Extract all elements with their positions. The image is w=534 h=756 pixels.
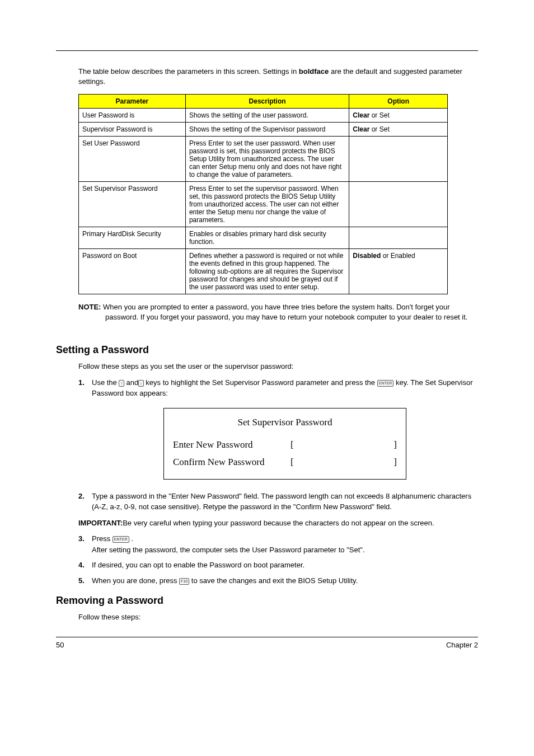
opt-bold: Clear (353, 111, 369, 119)
important-block: IMPORTANT:Be very careful when typing yo… (78, 518, 478, 528)
note-text: When you are prompted to enter a passwor… (101, 303, 467, 321)
opt-rest: or Set (369, 111, 389, 119)
td-option (349, 227, 448, 249)
bios-dialog-wrap: Set Supervisor Password Enter New Passwo… (92, 408, 478, 480)
intro-text-pre: The table below describes the parameters… (78, 67, 299, 76)
th-description: Description (185, 95, 349, 109)
list-item: 1. Use the ↑ and↓ keys to highlight the … (78, 377, 478, 480)
setting-pw-intro: Follow these steps as you set the user o… (78, 361, 478, 372)
td-param: Primary HardDisk Security (79, 227, 186, 249)
list-item: 2. Type a password in the "Enter New Pas… (78, 491, 478, 513)
heading-setting-password: Setting a Password (56, 344, 478, 356)
page: The table below describes the parameters… (0, 0, 534, 672)
list-item: 5. When you are done, press F10 to save … (78, 575, 478, 586)
td-param: Set User Password (79, 137, 186, 182)
td-param: User Password is (79, 109, 186, 123)
page-footer: 50 Chapter 2 (56, 641, 478, 649)
bracket-left: [ (291, 454, 294, 471)
td-desc: Press Enter to set the user password. Wh… (185, 137, 349, 182)
important-label: IMPORTANT: (78, 519, 123, 527)
opt-rest: or Enabled (381, 252, 415, 260)
steps-list-set-cont: 3. Press ENTER . After setting the passw… (78, 533, 478, 586)
td-option (349, 137, 448, 182)
intro-paragraph: The table below describes the parameters… (78, 67, 478, 86)
td-desc: Defines whether a password is required o… (185, 249, 349, 294)
td-param: Supervisor Password is (79, 123, 186, 137)
important-text: Be very careful when typing your passwor… (123, 519, 434, 527)
step2-text: Type a password in the "Enter New Passwo… (92, 492, 471, 511)
bios-row-enter: Enter New Password [ ] (173, 436, 397, 454)
td-option: Disabled or Enabled (349, 249, 448, 294)
step1-text-a: Use the (92, 378, 119, 387)
removing-pw-intro: Follow these steps: (78, 612, 478, 622)
bios-dialog-title: Set Supervisor Password (173, 414, 397, 431)
opt-rest: or Set (369, 125, 389, 133)
th-parameter: Parameter (79, 95, 186, 109)
bracket-right: ] (394, 436, 397, 454)
td-desc: Shows the setting of the Supervisor pass… (185, 123, 349, 137)
opt-bold: Clear (353, 125, 369, 133)
step-number: 2. (78, 491, 85, 502)
bottom-rule (56, 637, 478, 637)
td-desc: Press Enter to set the supervisor passwo… (185, 182, 349, 227)
down-arrow-key-icon: ↓ (138, 380, 144, 387)
up-arrow-key-icon: ↑ (119, 380, 124, 387)
step-number: 1. (78, 377, 85, 388)
step3-line2: After setting the password, the computer… (92, 546, 365, 554)
note-label: NOTE: (78, 303, 101, 311)
bios-dialog: Set Supervisor Password Enter New Passwo… (163, 408, 406, 480)
step1-text-c: keys to highlight the Set Supervisor Pas… (144, 378, 377, 387)
step3-text-b: . (129, 534, 133, 543)
enter-key-icon: ENTER (113, 536, 129, 543)
bracket-right: ] (394, 454, 397, 471)
intro-bold: boldface (299, 67, 329, 76)
step5-text-b: to save the changes and exit the BIOS Se… (189, 576, 358, 585)
th-option: Option (349, 95, 448, 109)
steps-list-set: 1. Use the ↑ and↓ keys to highlight the … (78, 377, 478, 513)
td-desc: Shows the setting of the user password. (185, 109, 349, 123)
bios-row-label: Confirm New Password (173, 454, 291, 471)
step4-text: If desired, you can opt to enable the Pa… (92, 561, 305, 569)
td-option: Clear or Set (349, 109, 448, 123)
table-row: Set Supervisor Password Press Enter to s… (79, 182, 448, 227)
table-row: Password on Boot Defines whether a passw… (79, 249, 448, 294)
table-row: User Password is Shows the setting of th… (79, 109, 448, 123)
opt-bold: Disabled (353, 252, 381, 260)
td-param: Password on Boot (79, 249, 186, 294)
td-option (349, 182, 448, 227)
td-option: Clear or Set (349, 123, 448, 137)
table-header-row: Parameter Description Option (79, 95, 448, 109)
table-row: Set User Password Press Enter to set the… (79, 137, 448, 182)
td-desc: Enables or disables primary hard disk se… (185, 227, 349, 249)
step5-text-a: When you are done, press (92, 576, 179, 585)
heading-removing-password: Removing a Password (56, 595, 478, 607)
parameters-table: Parameter Description Option User Passwo… (78, 94, 448, 294)
step3-text-a: Press (92, 534, 113, 543)
step-number: 3. (78, 533, 85, 544)
bracket-left: [ (291, 436, 294, 454)
list-item: 4. If desired, you can opt to enable the… (78, 560, 478, 571)
step-number: 4. (78, 560, 85, 571)
bios-row-label: Enter New Password (173, 436, 291, 454)
step1-text-b: and (124, 378, 138, 387)
table-row: Primary HardDisk Security Enables or dis… (79, 227, 448, 249)
f10-key-icon: F10 (179, 578, 189, 585)
top-rule (56, 50, 478, 51)
step-number: 5. (78, 575, 85, 586)
td-param: Set Supervisor Password (79, 182, 186, 227)
list-item: 3. Press ENTER . After setting the passw… (78, 533, 478, 555)
note-block: NOTE: When you are prompted to enter a p… (78, 302, 478, 322)
enter-key-icon: ENTER (377, 380, 394, 387)
bios-row-confirm: Confirm New Password [ ] (173, 454, 397, 471)
table-row: Supervisor Password is Shows the setting… (79, 123, 448, 137)
page-number: 50 (56, 641, 64, 649)
chapter-label: Chapter 2 (446, 641, 478, 649)
